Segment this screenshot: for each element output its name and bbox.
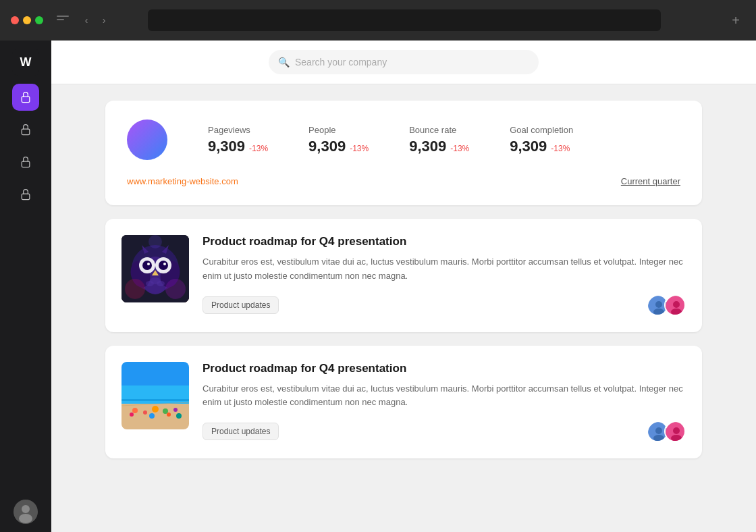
stat-pageviews-value: 9,309 xyxy=(208,138,245,155)
search-bar[interactable]: 🔍 Search your company xyxy=(269,50,539,74)
avatar-image xyxy=(14,500,38,524)
stat-people-label: People xyxy=(308,125,369,135)
stat-bounce-value: 9,309 xyxy=(409,138,446,155)
analytics-card: Pageviews 9,309 -13% People 9,309 -13% xyxy=(105,101,702,205)
card-2-thumbnail xyxy=(122,362,189,429)
avatar-4 xyxy=(664,421,686,442)
sidebar-item-3[interactable] xyxy=(12,149,39,176)
traffic-light-red[interactable] xyxy=(11,16,19,24)
period-selector[interactable]: Current quarter xyxy=(621,176,680,186)
owl-svg xyxy=(122,235,189,302)
new-tab-button[interactable]: + xyxy=(726,11,745,30)
svg-point-42 xyxy=(130,413,134,417)
sidebar-logo[interactable]: W xyxy=(12,49,39,76)
lock-icon-2 xyxy=(19,123,32,136)
stat-pageviews-label: Pageviews xyxy=(208,125,268,135)
card-2-body: Product roadmap for Q4 presentation Cura… xyxy=(202,362,686,443)
stat-bounce: Bounce rate 9,309 -13% xyxy=(409,125,469,155)
svg-point-44 xyxy=(167,413,171,417)
sidebar-item-1[interactable] xyxy=(12,84,39,111)
stat-bounce-change: -13% xyxy=(450,144,469,153)
forward-button[interactable]: › xyxy=(97,14,111,27)
traffic-light-yellow[interactable] xyxy=(23,16,31,24)
sidebar-item-2[interactable] xyxy=(12,116,39,143)
stat-people: People 9,309 -13% xyxy=(308,125,369,155)
lock-icon-4 xyxy=(19,188,32,201)
svg-point-25 xyxy=(165,279,186,299)
svg-rect-1 xyxy=(22,129,30,134)
owl-thumbnail xyxy=(122,235,189,302)
stat-people-change: -13% xyxy=(350,144,369,153)
stat-bounce-label: Bounce rate xyxy=(409,125,469,135)
svg-point-31 xyxy=(673,301,680,308)
card-2-tag[interactable]: Product updates xyxy=(202,423,279,440)
stat-pageviews: Pageviews 9,309 -13% xyxy=(208,125,268,155)
svg-point-23 xyxy=(157,281,165,286)
stat-goal-value: 9,309 xyxy=(510,138,547,155)
svg-point-17 xyxy=(163,263,166,265)
svg-point-51 xyxy=(673,427,680,434)
svg-point-48 xyxy=(655,427,662,434)
sidebar-toggle-icon[interactable] xyxy=(57,16,69,25)
stat-goal-label: Goal completion xyxy=(510,125,573,135)
svg-point-43 xyxy=(149,413,155,419)
svg-point-6 xyxy=(19,514,32,523)
sidebar-item-4[interactable] xyxy=(12,181,39,208)
card-1-description: Curabitur eros est, vestibulum vitae dui… xyxy=(202,255,686,284)
svg-point-38 xyxy=(143,410,147,415)
app-layout: W xyxy=(0,41,756,532)
card-2-avatars xyxy=(647,421,686,442)
search-icon: 🔍 xyxy=(278,57,290,68)
stat-goal: Goal completion 9,309 -13% xyxy=(510,125,573,155)
svg-point-26 xyxy=(148,235,162,248)
stat-bounce-value-row: 9,309 -13% xyxy=(409,138,469,155)
svg-point-5 xyxy=(22,505,30,513)
svg-point-45 xyxy=(176,413,182,419)
content-card-1: Product roadmap for Q4 presentation Cura… xyxy=(105,219,702,332)
analytics-stats: Pageviews 9,309 -13% People 9,309 -13% xyxy=(127,119,680,160)
card-1-tag[interactable]: Product updates xyxy=(202,296,279,314)
svg-point-41 xyxy=(173,408,178,412)
website-link[interactable]: www.marketing-website.com xyxy=(127,176,238,186)
svg-rect-3 xyxy=(22,194,30,199)
card-1-avatars xyxy=(647,294,686,316)
svg-point-40 xyxy=(163,408,168,414)
content-area: Pageviews 9,309 -13% People 9,309 -13% xyxy=(51,84,756,475)
traffic-lights xyxy=(11,16,43,24)
card-1-title: Product roadmap for Q4 presentation xyxy=(202,235,686,248)
svg-rect-33 xyxy=(122,362,189,385)
sidebar: W xyxy=(0,41,51,532)
avatar-2-image xyxy=(666,296,686,316)
stat-people-value: 9,309 xyxy=(308,138,346,155)
analytics-footer: www.marketing-website.com Current quarte… xyxy=(127,176,680,186)
analytics-logo xyxy=(127,119,167,160)
card-1-thumbnail xyxy=(122,235,189,302)
svg-point-37 xyxy=(132,408,138,413)
card-1-body: Product roadmap for Q4 presentation Cura… xyxy=(202,235,686,316)
svg-point-16 xyxy=(147,263,150,265)
stat-pageviews-change: -13% xyxy=(249,144,268,153)
card-2-title: Product roadmap for Q4 presentation xyxy=(202,362,686,375)
svg-point-15 xyxy=(159,261,168,270)
avatar-4-image xyxy=(666,422,686,442)
search-placeholder: Search your company xyxy=(295,57,387,68)
stat-goal-change: -13% xyxy=(551,144,570,153)
svg-point-28 xyxy=(655,301,662,308)
avatar-2 xyxy=(664,294,686,316)
top-bar: 🔍 Search your company xyxy=(51,41,756,84)
content-card-2: Product roadmap for Q4 presentation Cura… xyxy=(105,346,702,459)
card-1-footer: Product updates xyxy=(202,294,686,316)
lock-icon-3 xyxy=(19,155,32,169)
svg-point-29 xyxy=(653,309,664,315)
back-button[interactable]: ‹ xyxy=(80,14,93,27)
svg-rect-0 xyxy=(22,97,30,102)
card-2-footer: Product updates xyxy=(202,421,686,442)
address-bar[interactable] xyxy=(148,9,661,31)
beach-svg xyxy=(122,362,189,429)
traffic-light-green[interactable] xyxy=(35,16,43,24)
nav-arrows: ‹ › xyxy=(80,14,111,27)
svg-point-49 xyxy=(653,435,664,442)
svg-point-22 xyxy=(146,281,154,286)
user-avatar[interactable] xyxy=(14,500,38,524)
main-content: 🔍 Search your company Pageviews 9,309 -1… xyxy=(51,41,756,532)
